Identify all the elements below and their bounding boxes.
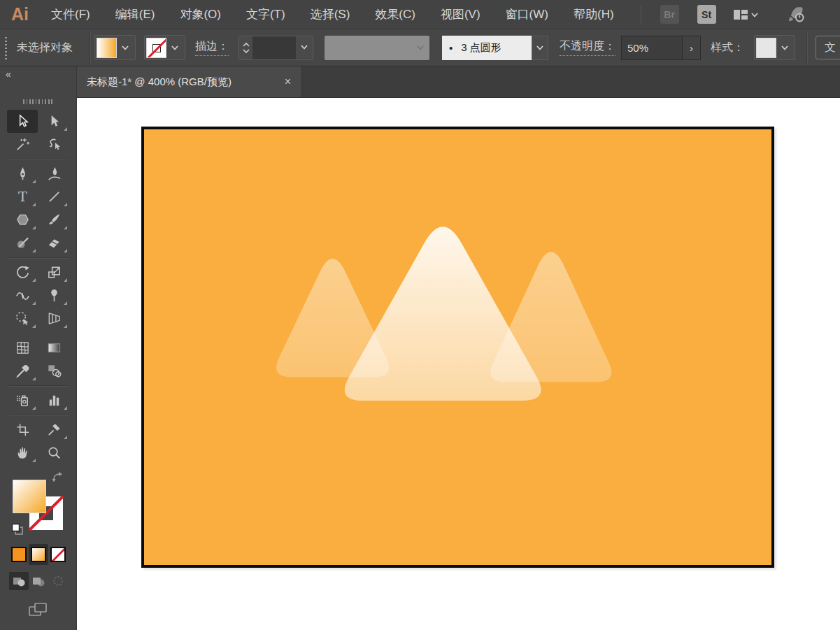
draw-behind-button[interactable] <box>29 572 48 590</box>
workspace-switcher-button[interactable] <box>732 7 760 22</box>
control-bar: 未选择对象 描边： <box>0 29 840 66</box>
menu-item-select[interactable]: 选择(S) <box>298 0 363 29</box>
gpu-performance-icon <box>785 5 806 24</box>
tool-gradient[interactable] <box>38 336 69 359</box>
stepper-down-icon <box>242 48 250 54</box>
stroke-weight-label[interactable]: 描边： <box>195 39 229 56</box>
opacity-input[interactable] <box>621 36 683 60</box>
perspective-grid-tool-icon <box>46 310 62 327</box>
toolbar-collapse[interactable]: « <box>0 66 77 98</box>
chevron-down-icon <box>170 43 180 52</box>
chevron-down-icon <box>749 10 760 20</box>
stepper-up-icon <box>242 42 250 48</box>
brush-definition-dropdown[interactable] <box>532 36 548 60</box>
illustrator-logo: Ai <box>11 4 29 24</box>
swap-fill-stroke-icon[interactable] <box>52 471 64 482</box>
tool-direct-selection[interactable] <box>38 110 69 133</box>
separator <box>90 32 90 63</box>
fill-color-swatch[interactable] <box>97 38 117 58</box>
canvas-area[interactable] <box>77 98 840 630</box>
tool-pen[interactable] <box>7 162 38 185</box>
none-button[interactable] <box>48 544 68 565</box>
tool-blend[interactable] <box>38 359 69 382</box>
tool-hand[interactable] <box>7 441 38 464</box>
stroke-color-dropdown[interactable] <box>166 37 183 59</box>
tool-symbol-sprayer[interactable] <box>7 389 38 412</box>
tool-artboard[interactable] <box>7 418 38 441</box>
menu-item-help[interactable]: 帮助(H) <box>561 0 627 29</box>
tool-width[interactable] <box>7 284 38 307</box>
tool-column-graph[interactable] <box>38 389 69 412</box>
gradient-button[interactable] <box>29 544 48 565</box>
opacity-expand-button[interactable]: › <box>683 36 701 60</box>
draw-normal-button[interactable] <box>9 572 29 590</box>
stroke-weight-value[interactable] <box>252 36 296 59</box>
gpu-performance-button[interactable] <box>785 5 806 24</box>
tab-row: « 未标题-1* @ 400% (RGB/预览) × <box>0 66 840 98</box>
tool-line-segment[interactable] <box>38 185 69 208</box>
tool-zoom[interactable] <box>38 441 69 464</box>
menu-item-file[interactable]: 文件(F) <box>38 0 103 29</box>
fill-swatch[interactable] <box>13 480 46 513</box>
tool-paintbrush[interactable] <box>38 208 69 231</box>
selection-status: 未选择对象 <box>17 41 73 55</box>
center-mountain <box>345 227 541 401</box>
width-tool-icon <box>15 287 31 303</box>
control-bar-grip[interactable] <box>5 36 7 59</box>
tool-slice[interactable] <box>38 418 69 441</box>
tool-eyedropper[interactable] <box>7 359 38 382</box>
tool-puppet-warp[interactable] <box>38 284 69 307</box>
tool-type[interactable]: T <box>7 185 38 208</box>
line-segment-tool-icon <box>46 189 62 205</box>
stroke-color-control <box>144 35 185 60</box>
tool-shape-builder[interactable] <box>7 307 38 330</box>
tools-panel-grip[interactable] <box>23 99 54 104</box>
default-fill-stroke-icon[interactable] <box>11 523 24 536</box>
opacity-label[interactable]: 不透明度： <box>560 39 615 56</box>
tool-mesh[interactable] <box>7 336 38 359</box>
tool-eraser[interactable] <box>38 231 69 255</box>
stroke-weight-dropdown[interactable] <box>296 36 313 58</box>
gradient-swatch <box>31 547 46 562</box>
chevron-down-icon <box>780 43 790 52</box>
tool-perspective-grid[interactable] <box>38 307 69 330</box>
menu-item-effect[interactable]: 效果(C) <box>362 0 428 29</box>
tool-separator <box>8 159 69 159</box>
artboard[interactable] <box>141 127 774 568</box>
stroke-color-swatch[interactable] <box>146 38 166 58</box>
type-tool-icon: T <box>15 189 31 205</box>
color-button[interactable] <box>9 544 29 565</box>
bridge-button[interactable]: Br <box>660 5 679 24</box>
slice-tool-icon <box>46 422 62 438</box>
close-tab-icon[interactable]: × <box>285 76 291 88</box>
style-swatch[interactable] <box>756 38 776 58</box>
style-dropdown[interactable] <box>776 37 793 59</box>
stroke-weight-stepper[interactable] <box>239 36 252 59</box>
paintbrush-tool-icon <box>46 212 62 228</box>
scale-tool-icon <box>46 264 62 280</box>
puppet-warp-pin-icon <box>46 287 62 303</box>
tool-polygon-shape[interactable] <box>7 208 38 231</box>
tool-selection[interactable] <box>7 110 38 133</box>
menu-item-window[interactable]: 窗口(W) <box>493 0 561 29</box>
tool-rotate[interactable] <box>7 261 38 284</box>
tool-curvature[interactable] <box>38 162 69 185</box>
draw-inside-button[interactable] <box>48 572 68 590</box>
document-tab[interactable]: 未标题-1* @ 400% (RGB/预览) × <box>77 66 301 97</box>
screen-mode-button[interactable] <box>28 601 49 621</box>
menu-item-edit[interactable]: 编辑(E) <box>103 0 168 29</box>
workspace: T <box>0 98 840 630</box>
tool-shaper[interactable] <box>7 231 38 255</box>
tool-magic-wand[interactable] <box>7 133 38 156</box>
workspace-switcher-icon <box>732 7 749 22</box>
tool-lasso[interactable] <box>38 133 69 156</box>
tool-separator <box>8 257 69 258</box>
menu-item-object[interactable]: 对象(O) <box>167 0 234 29</box>
tool-scale[interactable] <box>38 261 69 284</box>
stock-button[interactable]: St <box>697 5 716 24</box>
brush-definition-value[interactable]: • 3 点圆形 <box>442 36 532 60</box>
document-setup-button[interactable]: 文 <box>816 36 840 59</box>
fill-color-dropdown[interactable] <box>117 37 134 59</box>
menu-item-type[interactable]: 文字(T) <box>234 0 298 29</box>
menu-item-view[interactable]: 视图(V) <box>428 0 493 29</box>
